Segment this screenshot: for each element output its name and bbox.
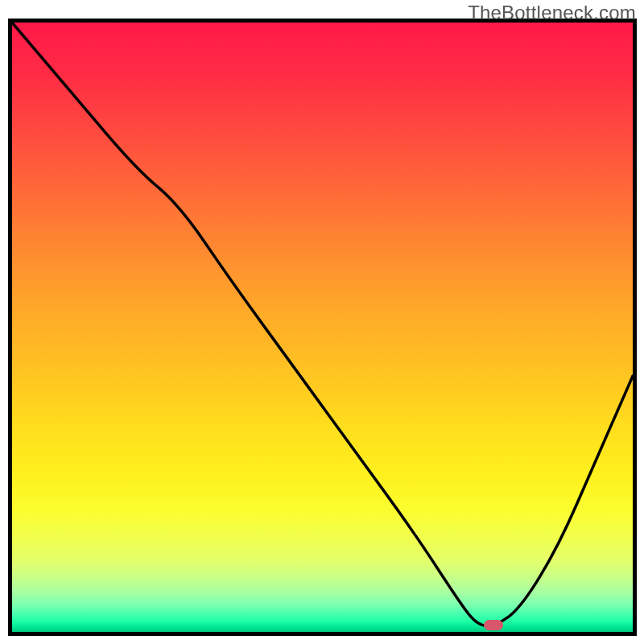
watermark-text: TheBottleneck.com [468, 2, 636, 24]
bottleneck-curve [12, 23, 633, 632]
chart-container: TheBottleneck.com [0, 0, 644, 644]
minimum-marker-dot [484, 620, 503, 630]
